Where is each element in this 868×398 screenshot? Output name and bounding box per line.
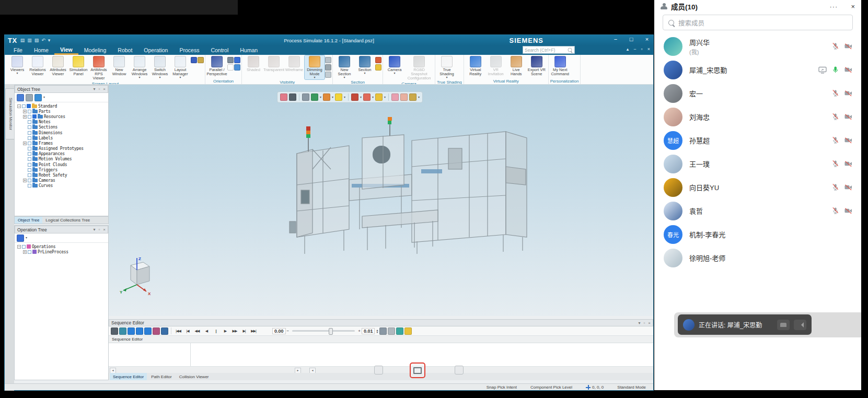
- ribbon-button[interactable]: ArtiMinds RPS Viewer: [89, 55, 109, 81]
- ribbon-button[interactable]: Arrange Windows▾: [130, 55, 149, 79]
- viewport-tool-icon[interactable]: [311, 93, 318, 101]
- tree-item[interactable]: +Parts: [17, 109, 108, 114]
- menu-file[interactable]: File: [8, 46, 28, 55]
- playback-button[interactable]: ||: [212, 329, 220, 333]
- doc-control-icon[interactable]: −: [633, 46, 636, 52]
- mini-button-icon[interactable]: [325, 64, 331, 71]
- ribbon-button[interactable]: Viewers▾: [7, 55, 27, 75]
- tab-path-editor[interactable]: Path Editor: [148, 373, 175, 380]
- panel-control-icon[interactable]: ▫: [98, 227, 100, 232]
- ribbon-button[interactable]: Parallel / Perspective: [207, 55, 227, 77]
- panel-close-icon[interactable]: ×: [851, 3, 855, 10]
- simulation-monitor-tab[interactable]: Simulation Monitor: [5, 88, 15, 139]
- sequence-tool-icon[interactable]: [119, 327, 126, 335]
- playback-button[interactable]: ▶: [221, 329, 229, 334]
- tree-item[interactable]: −Operations: [17, 244, 108, 249]
- panel-tool-icon[interactable]: [17, 235, 24, 242]
- member-row[interactable]: 宏一: [654, 81, 861, 105]
- expand-toggle-icon[interactable]: +: [23, 179, 27, 182]
- step-spinner[interactable]: ▲▼: [376, 329, 378, 333]
- member-row[interactable]: 犀浦_宋思勤: [654, 58, 861, 81]
- visibility-checkbox[interactable]: [28, 179, 31, 182]
- tree-item[interactable]: Motion Volumes: [17, 157, 108, 162]
- slider-plus-button[interactable]: +: [358, 329, 361, 333]
- camera-off-icon[interactable]: [844, 89, 853, 97]
- snap-pick-intent[interactable]: Snap Pick Intent: [487, 385, 517, 390]
- visibility-checkbox[interactable]: [22, 104, 26, 108]
- tree-item[interactable]: Dimensions: [17, 130, 108, 135]
- quick-access-icon[interactable]: ▾: [48, 38, 51, 43]
- sequence-tool-icon[interactable]: [396, 327, 403, 335]
- tree-item[interactable]: −Standard: [17, 103, 108, 109]
- viewport-tool-icon[interactable]: [280, 93, 287, 101]
- expand-toggle-icon[interactable]: +: [23, 110, 27, 113]
- viewport-tool-icon[interactable]: [323, 93, 330, 101]
- panel-control-icon[interactable]: ▫: [98, 87, 100, 91]
- panel-control-icon[interactable]: ▾: [93, 227, 95, 232]
- ribbon-button[interactable]: My Next Command: [550, 55, 570, 77]
- sequence-tool-icon[interactable]: [379, 327, 387, 335]
- close-button[interactable]: ×: [643, 36, 651, 42]
- tree-item[interactable]: +Resources: [17, 114, 108, 119]
- panel-control-icon[interactable]: ▫: [643, 321, 645, 325]
- ribbon-button[interactable]: True Shading▾: [437, 55, 457, 79]
- playback-button[interactable]: |◀: [183, 329, 192, 334]
- quick-access-icon[interactable]: ↶: [41, 38, 45, 43]
- sequence-tool-icon[interactable]: [404, 327, 412, 335]
- mic-off-icon[interactable]: [831, 183, 839, 191]
- viewport-tool-icon[interactable]: [409, 93, 416, 101]
- visibility-checkbox[interactable]: [28, 110, 31, 113]
- tab-object-tree[interactable]: Object Tree: [15, 217, 42, 224]
- tree-item[interactable]: Robot Safety: [17, 172, 108, 178]
- slider-thumb[interactable]: [329, 328, 333, 335]
- member-row[interactable]: 刘海忠: [654, 105, 861, 128]
- tree-item[interactable]: +Frames: [17, 141, 108, 146]
- mini-button-icon[interactable]: [227, 57, 234, 63]
- ribbon-button[interactable]: New Window: [109, 55, 129, 77]
- visibility-checkbox[interactable]: [28, 115, 31, 119]
- ribbon-button[interactable]: Attributes Viewer: [48, 55, 68, 77]
- member-row[interactable]: 慧超孙慧超: [654, 128, 861, 152]
- panel-tool-icon[interactable]: [26, 94, 33, 101]
- menu-operation[interactable]: Operation: [138, 46, 173, 55]
- maximize-button[interactable]: □: [627, 36, 635, 42]
- mini-buttons[interactable]: [325, 55, 331, 78]
- camera-off-icon[interactable]: [844, 160, 853, 168]
- visibility-checkbox[interactable]: [28, 250, 31, 254]
- panel-controls[interactable]: ▾▫×: [93, 87, 106, 91]
- viewport-tool-icon[interactable]: [363, 93, 371, 101]
- mini-button-icon[interactable]: [375, 64, 381, 71]
- tree-item[interactable]: +PrLineProcess: [17, 249, 108, 254]
- document-window-controls[interactable]: ▴−▫×: [627, 46, 650, 52]
- mini-button-icon[interactable]: [234, 57, 240, 63]
- viewport-tool-icon[interactable]: [289, 93, 296, 101]
- viewport-tool-icon[interactable]: [400, 93, 408, 101]
- mini-button-icon[interactable]: [325, 57, 331, 63]
- camera-off-icon[interactable]: [844, 207, 853, 215]
- ribbon-button[interactable]: Simulation Panel: [68, 55, 88, 77]
- member-row[interactable]: 向日葵YU: [654, 175, 861, 199]
- viewport-tool-icon[interactable]: [351, 93, 358, 101]
- visibility-checkbox[interactable]: [28, 157, 31, 161]
- mic-off-icon[interactable]: [831, 89, 839, 97]
- mini-buttons[interactable]: [375, 55, 381, 71]
- panel-tool-icon[interactable]: [17, 94, 24, 101]
- mini-buttons[interactable]: [227, 55, 240, 71]
- menu-robot[interactable]: Robot: [112, 46, 138, 55]
- playback-button[interactable]: ◀: [202, 329, 211, 334]
- ribbon-button[interactable]: Section▾: [355, 55, 375, 75]
- visibility-checkbox[interactable]: [28, 120, 31, 124]
- visibility-checkbox[interactable]: [28, 131, 31, 135]
- quick-access-icon[interactable]: ▥: [27, 38, 32, 43]
- menu-human[interactable]: Human: [234, 46, 263, 55]
- sequence-tool-icon[interactable]: [111, 327, 118, 335]
- ribbon-button[interactable]: Export VR Scene: [527, 55, 547, 77]
- playback-button[interactable]: |◀◀: [174, 329, 182, 334]
- playback-button[interactable]: ◀◀: [193, 329, 201, 334]
- panel-controls[interactable]: ▾▫×: [93, 227, 106, 232]
- sequence-tool-icon[interactable]: [388, 327, 395, 335]
- camera-off-icon[interactable]: [844, 42, 853, 50]
- sequence-tool-icon[interactable]: [153, 327, 160, 335]
- expand-toggle-icon[interactable]: −: [17, 245, 21, 249]
- camera-off-icon[interactable]: [844, 113, 853, 121]
